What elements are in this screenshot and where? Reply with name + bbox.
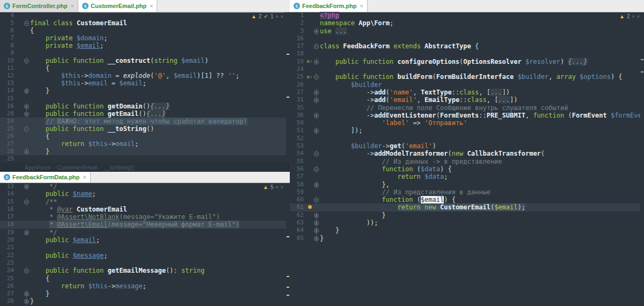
code-line-64[interactable]: 64∧ } [290,227,640,234]
code-line-6[interactable]: 6{ [0,27,286,34]
breadcrumb-item[interactable]: CustomerEmail [57,164,97,171]
code-line-57[interactable]: 57 return $data; [290,173,640,180]
editor-bottom-left[interactable]: 13∧ */14 public $name;15− /**16 * @var C… [0,183,286,306]
code-line-15[interactable]: 15 [0,95,286,103]
code-line-16[interactable]: 16+ public function getDomain(){...} [0,103,286,110]
code-line-19[interactable]: 19∧ */ [0,229,286,236]
fold-end-icon[interactable]: ∧ [24,299,29,304]
code-line-5[interactable]: 5−final class CustomerEmail [0,19,286,27]
stripe-mark[interactable] [287,54,289,55]
chevron-down-icon[interactable]: ˅ [281,14,283,19]
fold-open-icon[interactable]: − [24,200,29,205]
code-line-13[interactable]: 13 $this->email = $email; [0,79,286,87]
error-stripe-bottom-left[interactable] [286,184,290,306]
code-line-11[interactable]: 11 { [0,64,286,72]
code-line-65[interactable]: 65∧} [290,235,640,242]
code-line-61[interactable]: 61 return new CustomerEmail($email); [290,203,640,211]
breadcrumb-item[interactable]: App\Form [25,164,50,171]
code-line-26[interactable]: 26 $builder [290,81,640,89]
tab-FormController.php[interactable]: cFormController.php× [0,0,78,12]
code-line-13[interactable]: 13∧ */ [0,183,286,190]
code-line-17[interactable]: 17−class FeedbackForm extends AbstractTy… [290,42,640,50]
fold-end-icon[interactable]: ∧ [24,292,29,296]
code-line-24[interactable]: 24− public function getEmailMessage(): s… [0,267,286,274]
bulb-icon[interactable] [308,205,312,209]
error-stripe-top-left[interactable] [286,12,290,163]
fold-plus-icon[interactable]: + [314,60,319,64]
code-line-3[interactable]: 3+use ... [290,27,640,35]
close-icon[interactable]: × [83,174,86,180]
stripe-mark[interactable] [287,287,289,288]
inspection-widget-right[interactable]: ▲2˄˅ [619,13,640,19]
fold-open-icon[interactable]: − [314,44,319,49]
fold-end-icon[interactable]: ∧ [314,221,319,225]
fold-end-icon[interactable]: ∧ [24,149,29,154]
fold-plus-icon[interactable]: + [24,112,29,116]
fold-open-icon[interactable]: − [314,167,319,172]
fold-open-icon[interactable]: − [314,198,319,202]
code-line-28[interactable]: 28∧} [0,297,286,305]
code-line-21[interactable]: 21 [0,244,286,251]
fold-end-icon[interactable]: ∧ [314,228,319,233]
chevron-down-icon[interactable]: ˅ [281,185,283,190]
editor-top-left[interactable]: 45−final class CustomerEmail6{7 private … [0,12,286,163]
code-line-51[interactable]: 51∧ ]); [290,127,640,134]
code-line-25[interactable]: 25 { [0,275,286,282]
code-line-8[interactable]: 8 private $email; [0,42,286,49]
breadcrumb[interactable]: App\Form›CustomerEmail›__toString() [0,163,289,172]
fold-open-icon[interactable]: − [314,151,319,156]
tab-FeedbackFormData.php[interactable]: cFeedbackFormData.php× [0,172,91,183]
code-line-63[interactable]: 63∧ )); [290,219,640,227]
code-line-25[interactable]: 25− public function __toString() [0,125,286,133]
breadcrumb-item[interactable]: __toString() [104,164,134,171]
error-stripe-right[interactable] [640,12,644,306]
code-line-29[interactable]: 29 [0,155,286,163]
editor-right[interactable]: 1<?php2namespace App\Form;3+use ...1617−… [290,12,640,306]
tab-CustomerEmail.php[interactable]: cCustomerEmail.php× [78,0,157,12]
code-line-10[interactable]: 10− public function __construct(string $… [0,57,286,64]
code-line-9[interactable]: 9 [0,49,286,57]
code-line-26[interactable]: 26 return $this->message; [0,282,286,290]
code-line-36[interactable]: 36+ ->addEventListener(FormEvents::PRE_S… [290,112,640,119]
code-line-26[interactable]: 26 { [0,133,286,140]
stripe-mark[interactable] [287,97,289,98]
code-line-15[interactable]: 15− /** [0,198,286,206]
fold-end-icon[interactable]: ∧ [24,184,29,189]
code-line-17[interactable]: 17 * @Assert\NotBlank(message="Укажите E… [0,213,286,221]
close-icon[interactable]: × [71,3,74,9]
code-line-27[interactable]: 27 return $this->email; [0,140,286,148]
code-line-23[interactable]: 23 [0,259,286,267]
code-line-18[interactable]: 18 * @Assert\Email(message="Неверный фор… [0,221,286,228]
fold-end-icon[interactable]: ∧ [24,89,29,93]
inspection-widget-top-left[interactable]: ▲2✔1˄˅ [251,13,283,19]
code-line-1[interactable]: 1<?php [290,12,640,19]
code-line-27[interactable]: 27+ ->add('name', TextType::class, [...]… [290,89,640,96]
code-line-50[interactable]: 50 'label' => 'Отправить' [290,119,640,127]
fold-end-icon[interactable]: ∧ [314,236,319,241]
code-line-24[interactable]: 24 // ВАЖНО: этот метод нужен чтобы сраб… [0,118,286,125]
code-line-62[interactable]: 62∧ } [290,212,640,219]
fold-plus-icon[interactable]: + [314,90,319,95]
code-line-12[interactable]: 12 $this->domain = explode('@', $email)[… [0,72,286,79]
code-line-58[interactable]: 58∧ }, [290,181,640,188]
close-icon[interactable]: × [360,3,363,9]
stripe-mark[interactable] [641,59,643,60]
chevron-down-icon[interactable]: ˅ [637,14,640,19]
stripe-mark[interactable] [641,71,643,72]
fold-open-icon[interactable]: − [314,75,319,79]
code-line-18[interactable]: 18 [290,50,640,57]
chevron-up-icon[interactable]: ˄ [275,14,278,19]
chevron-up-icon[interactable]: ˄ [275,185,278,190]
code-line-25[interactable]: 25o↑− public function buildForm(FormBuil… [290,73,640,81]
code-line-22[interactable]: 22 public $message; [0,252,286,259]
stripe-mark[interactable] [287,295,289,296]
code-line-52[interactable]: 52 [290,135,640,142]
code-line-20[interactable]: 20+ public function getEmail(){...} [0,110,286,118]
chevron-up-icon[interactable]: ˄ [632,14,634,19]
fold-plus-icon[interactable]: + [314,113,319,118]
code-line-31[interactable]: 31+ ->add('email', EmailType::class, [..… [290,96,640,104]
code-line-54[interactable]: 54− ->addModelTransformer(new CallbackTr… [290,150,640,157]
fold-end-icon[interactable]: ∧ [24,230,29,235]
code-line-2[interactable]: 2namespace App\Form; [290,19,640,27]
fold-open-icon[interactable]: − [24,127,29,132]
